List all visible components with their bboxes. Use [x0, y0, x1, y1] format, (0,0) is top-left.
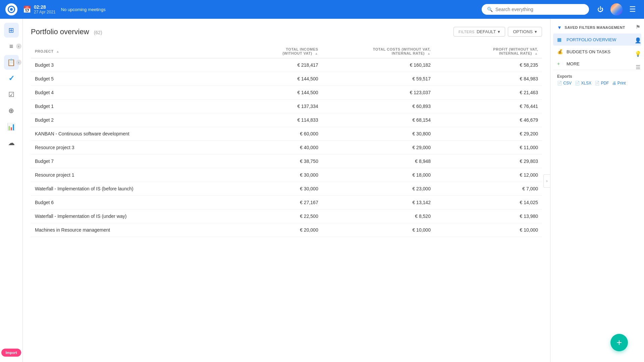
power-button[interactable]: ⏻	[594, 3, 606, 15]
export-print[interactable]: 🖨 Print	[612, 81, 626, 85]
cell-total-costs: € 8,948	[322, 155, 435, 168]
expand-icon: ›	[16, 44, 21, 49]
search-input[interactable]	[495, 7, 584, 12]
saved-filters-label: SAVED FILTERS MANAGEMENT	[565, 25, 625, 29]
import-button[interactable]: Import	[1, 349, 21, 357]
cell-project: Waterfall - Implementation of IS (under …	[31, 209, 210, 223]
rp-more[interactable]: + MORE	[553, 58, 641, 70]
cell-total-incomes: € 40,000	[210, 141, 322, 155]
panel-collapse-arrow[interactable]: ›	[543, 174, 550, 188]
options-button[interactable]: OPTIONS ▾	[508, 27, 542, 37]
avatar[interactable]	[610, 3, 623, 15]
table-row[interactable]: Budget 4 € 144,500 € 123,037 € 21,463	[31, 86, 542, 100]
lightbulb-icon[interactable]: 💡	[633, 48, 643, 59]
rp-portfolio-overview[interactable]: ▦ PORTFOLIO OVERVIEW	[553, 34, 641, 46]
cell-project: Budget 6	[31, 196, 210, 209]
cell-profit: € 21,463	[435, 86, 542, 100]
header-controls: FILTERS DEFAULT ▾ OPTIONS ▾	[453, 27, 542, 37]
flag-icon[interactable]: ⚑	[633, 21, 643, 32]
chart-icon: 📊	[7, 123, 15, 131]
cloud-icon: ☁	[8, 139, 15, 147]
cell-project: Machines in Resource management	[31, 223, 210, 237]
sidebar-item-chart[interactable]: 📊	[4, 119, 19, 134]
cell-total-costs: € 123,037	[322, 86, 435, 100]
table-row[interactable]: Resource project 1 € 30,000 € 18,000 € 1…	[31, 168, 542, 182]
cell-project: Waterfall - Implementation of IS (before…	[31, 182, 210, 196]
checkmark-icon: ✓	[8, 74, 14, 83]
col-project[interactable]: PROJECT ▲	[31, 45, 210, 58]
more-icon: +	[557, 61, 563, 66]
cell-total-incomes: € 27,167	[210, 196, 322, 209]
rp-budgets-on-tasks[interactable]: 💰 BUDGETS ON TASKS	[553, 46, 641, 58]
saved-filters-title[interactable]: ▼ SAVED FILTERS MANAGEMENT	[553, 21, 641, 34]
person-search-icon[interactable]: 👤	[633, 35, 643, 46]
table-row[interactable]: Machines in Resource management € 20,000…	[31, 223, 542, 237]
sidebar-item-tasks[interactable]: ☑	[4, 87, 19, 102]
cell-total-incomes: € 114,833	[210, 113, 322, 127]
col-total-costs[interactable]: TOTAL COSTS (WITHOUT VAT,INTERNAL RATE) …	[322, 45, 435, 58]
sidebar-item-portfolio[interactable]: 📋 ›	[4, 55, 19, 70]
sidebar-item-dashboard[interactable]: ⊞	[4, 23, 19, 38]
cell-profit: € 76,441	[435, 100, 542, 113]
table-row[interactable]: Budget 6 € 27,167 € 13,142 € 14,025	[31, 196, 542, 209]
sidebar-item-cloud[interactable]: ☁	[4, 135, 19, 150]
table-row[interactable]: Budget 3 € 218,417 € 160,182 € 58,235	[31, 58, 542, 72]
right-panel: ▼ SAVED FILTERS MANAGEMENT ▦ PORTFOLIO O…	[550, 19, 644, 362]
checkbox-icon: ☑	[8, 90, 14, 99]
menu-button[interactable]: ☰	[627, 3, 639, 15]
table-row[interactable]: Budget 5 € 144,500 € 59,517 € 84,983	[31, 72, 542, 86]
filters-chevron-icon: ▾	[498, 29, 500, 34]
cell-profit: € 46,679	[435, 113, 542, 127]
cell-total-incomes: € 144,500	[210, 86, 322, 100]
table-row[interactable]: Waterfall - Implementation of IS (before…	[31, 182, 542, 196]
table-row[interactable]: Waterfall - Implementation of IS (under …	[31, 209, 542, 223]
topbar: 📅 02:28 27 Apr 2021 No upcoming meetings…	[0, 0, 644, 19]
cell-total-incomes: € 137,334	[210, 100, 322, 113]
more-label: MORE	[567, 61, 580, 66]
col-profit[interactable]: PROFIT (WITHOUT VAT,INTERNAL RATE) ▲	[435, 45, 542, 58]
col-total-incomes[interactable]: TOTAL INCOMES(WITHOUT VAT) ▲	[210, 45, 322, 58]
cell-profit: € 29,803	[435, 155, 542, 168]
sidebar-item-check[interactable]: ✓	[4, 71, 19, 86]
exports-section: Exports 📄 CSV 📄 XLSX 📄 PDF 🖨 Print	[553, 70, 641, 89]
page-count: (62)	[94, 30, 102, 35]
table-row[interactable]: Budget 2 € 114,833 € 68,154 € 46,679	[31, 113, 542, 127]
logo[interactable]	[5, 3, 17, 15]
col-profit-label: PROFIT (WITHOUT VAT,INTERNAL RATE)	[493, 47, 538, 55]
grid-icon: ⊞	[8, 26, 14, 34]
task-list-icon[interactable]: ☰	[633, 62, 643, 72]
portfolio-overview-label: PORTFOLIO OVERVIEW	[567, 37, 616, 42]
current-date: 27 Apr 2021	[34, 10, 56, 14]
sidebar-item-timer[interactable]: ⊕	[4, 103, 19, 118]
col-costs-label: TOTAL COSTS (WITHOUT VAT,INTERNAL RATE)	[373, 47, 431, 55]
cell-profit: € 11,000	[435, 141, 542, 155]
budgets-icon: 💰	[557, 49, 563, 54]
cell-project: Budget 2	[31, 113, 210, 127]
cell-total-incomes: € 38,750	[210, 155, 322, 168]
calendar-widget: 📅 02:28 27 Apr 2021 No upcoming meetings	[23, 4, 106, 14]
table-row[interactable]: Budget 1 € 137,334 € 60,893 € 76,441	[31, 100, 542, 113]
table-body: Budget 3 € 218,417 € 160,182 € 58,235 Bu…	[31, 58, 542, 237]
export-xlsx[interactable]: 📄 XLSX	[575, 81, 591, 85]
table-row[interactable]: Resource project 3 € 40,000 € 29,000 € 1…	[31, 141, 542, 155]
table-header: PROJECT ▲ TOTAL INCOMES(WITHOUT VAT) ▲ T…	[31, 45, 542, 58]
options-chevron-icon: ▾	[535, 29, 537, 34]
cell-total-incomes: € 144,500	[210, 72, 322, 86]
fab-add-button[interactable]: +	[610, 334, 628, 351]
filter-icon: ▼	[557, 25, 562, 30]
cell-total-costs: € 60,893	[322, 100, 435, 113]
export-csv[interactable]: 📄 CSV	[557, 81, 572, 85]
export-pdf[interactable]: 📄 PDF	[595, 81, 609, 85]
table-row[interactable]: Budget 7 € 38,750 € 8,948 € 29,803	[31, 155, 542, 168]
sidebar-item-list[interactable]: ≡ ›	[4, 39, 19, 54]
cell-project: Budget 7	[31, 155, 210, 168]
cell-project: Budget 1	[31, 100, 210, 113]
table-row[interactable]: KANBAN - Continuous software development…	[31, 127, 542, 141]
cell-project: Budget 5	[31, 72, 210, 86]
expand-icon-2: ›	[16, 60, 21, 65]
filters-button[interactable]: FILTERS DEFAULT ▾	[453, 27, 505, 37]
cell-project: Budget 3	[31, 58, 210, 72]
cell-total-incomes: € 30,000	[210, 168, 322, 182]
cell-total-costs: € 23,000	[322, 182, 435, 196]
cell-project: Resource project 3	[31, 141, 210, 155]
